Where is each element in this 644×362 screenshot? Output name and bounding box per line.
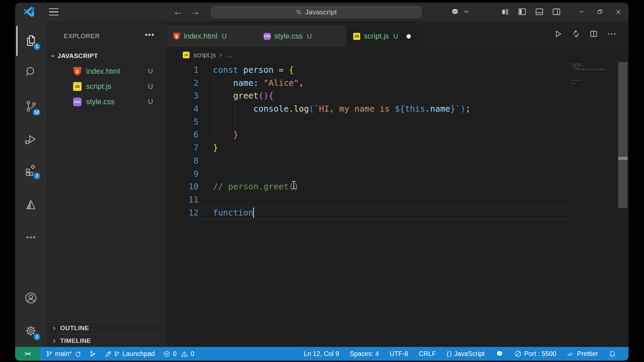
code-line[interactable]: const person = { [213, 64, 471, 77]
code-line[interactable] [213, 155, 471, 168]
code-line[interactable]: console.log(`HI, my name is ${this.name}… [213, 103, 471, 116]
settings-gear-icon[interactable]: 1 [23, 323, 39, 339]
menu-hamburger-icon[interactable] [49, 8, 59, 15]
line-number[interactable]: 6 [166, 128, 199, 141]
chevron-right-icon: › [53, 324, 55, 332]
code-line[interactable]: // person.greet() [213, 180, 471, 193]
project-folder-row[interactable]: › JAVASCRIPT [47, 50, 166, 62]
search-icon [296, 9, 302, 15]
restore-button[interactable] [593, 3, 607, 21]
open-changes-icon[interactable] [572, 29, 580, 38]
source-control-graph-item[interactable] [90, 351, 96, 357]
minimize-button[interactable] [575, 3, 589, 21]
double-check-icon [567, 351, 574, 357]
html-file-icon: 5 [173, 33, 180, 40]
git-untracked-badge: U [393, 33, 398, 40]
editor-actions: ⋯ [554, 21, 616, 47]
project-folder-label: JAVASCRIPT [57, 52, 98, 60]
rocket-icon [105, 351, 111, 357]
extensions-badge: 7 [34, 173, 40, 179]
line-number[interactable]: 5 [166, 116, 199, 129]
line-number[interactable]: 11 [166, 193, 199, 206]
toggle-panel-icon[interactable] [534, 7, 544, 17]
activity-bar: 1 12 7 [15, 21, 47, 347]
formatter-item[interactable]: Prettier [567, 350, 598, 358]
notifications-bell-icon[interactable] [609, 350, 616, 357]
line-number[interactable]: 8 [166, 155, 199, 168]
run-debug-view-icon[interactable] [23, 131, 39, 147]
tab-style-css[interactable]: CSS style.css U [258, 25, 347, 47]
code-line[interactable]: function [213, 206, 471, 220]
copilot-icon[interactable] [450, 7, 460, 17]
git-branch-icon [46, 351, 52, 357]
line-number[interactable]: 9 [166, 168, 199, 181]
run-file-icon[interactable] [554, 29, 562, 38]
port-label: Port : 5500 [524, 350, 556, 358]
eol-item[interactable]: CRLF [419, 350, 436, 358]
copilot-chevron-down-icon[interactable] [463, 9, 469, 14]
line-number[interactable]: 1 [166, 64, 199, 77]
code-line[interactable] [213, 116, 471, 129]
text-cursor [253, 207, 254, 218]
nav-forward-button[interactable]: → [190, 3, 201, 21]
extensions-view-icon[interactable]: 7 [23, 162, 39, 178]
copilot-status-icon[interactable] [495, 350, 504, 358]
nav-back-button[interactable]: ← [172, 3, 183, 21]
indentation-item[interactable]: Spaces: 4 [350, 350, 379, 358]
git-untracked-badge: U [222, 33, 226, 40]
toggle-primary-sidebar-icon[interactable] [517, 7, 527, 17]
encoding-item[interactable]: UTF-8 [389, 350, 408, 358]
more-views-icon[interactable] [23, 229, 39, 245]
close-window-button[interactable] [611, 3, 625, 21]
file-row-style-css[interactable]: CSS style.css U [47, 94, 166, 109]
explorer-view-icon[interactable]: 1 [23, 33, 39, 49]
editor-more-actions-icon[interactable]: ⋯ [607, 32, 616, 36]
scrollbar-thumb[interactable] [618, 62, 628, 208]
code-line[interactable]: } [213, 128, 471, 141]
code-line[interactable]: name: "Alice", [213, 77, 471, 90]
search-view-icon[interactable] [23, 64, 39, 80]
code-line[interactable] [213, 193, 471, 206]
warning-count: 0 [191, 350, 194, 358]
customize-layout-icon[interactable] [500, 7, 510, 17]
cursor-position-item[interactable]: Ln 12, Col 9 [304, 350, 339, 358]
tab-bar: 5 index.html U CSS style.css U JS script… [166, 21, 629, 47]
toggle-secondary-sidebar-icon[interactable] [551, 7, 561, 17]
line-number[interactable]: 2 [166, 77, 199, 90]
git-branch-item[interactable]: main* [46, 350, 81, 358]
problems-item[interactable]: 0 0 [163, 350, 194, 358]
explorer-badge: 1 [34, 43, 40, 50]
line-number[interactable]: 12 [166, 206, 199, 220]
file-row-script-js[interactable]: JS script.js U [47, 79, 166, 94]
accounts-icon[interactable] [23, 290, 39, 306]
remote-indicator[interactable]: >< [15, 347, 40, 361]
launchpad-item[interactable]: Launchpad [105, 350, 155, 358]
line-number[interactable]: 7 [166, 141, 199, 155]
active-view-indicator [16, 26, 17, 56]
code-editor[interactable]: 123456789101112 const person = { name: "… [166, 63, 629, 347]
explorer-actions-icon[interactable]: ••• [145, 31, 155, 39]
branch-small-icon [114, 351, 120, 357]
live-server-port-item[interactable]: Port : 5500 [515, 350, 556, 358]
line-number[interactable]: 3 [166, 89, 199, 103]
tab-script-js[interactable]: JS script.js U [347, 25, 424, 47]
line-number[interactable]: 10 [166, 180, 199, 193]
code-line[interactable]: greet(){ [213, 89, 471, 103]
split-editor-icon[interactable] [589, 29, 598, 38]
breadcrumb[interactable]: JS script.js › … [166, 47, 629, 63]
minimap[interactable]: const person = { name: "Alice", greet(){… [570, 63, 618, 347]
code-line[interactable]: } [213, 141, 471, 155]
command-center-search[interactable]: Javascript [211, 6, 421, 18]
tab-index-html[interactable]: 5 index.html U [167, 25, 258, 47]
timeline-section[interactable]: › TIMELINE [47, 334, 166, 347]
language-mode-item[interactable]: { } JavaScript [447, 350, 485, 358]
prisma-extension-icon[interactable] [23, 197, 39, 213]
code-line[interactable] [213, 168, 471, 181]
modified-dot-icon[interactable] [407, 34, 411, 39]
file-name: style.css [86, 98, 114, 106]
line-number[interactable]: 4 [166, 103, 199, 116]
outline-section[interactable]: › OUTLINE [47, 321, 166, 335]
source-control-view-icon[interactable]: 12 [23, 98, 39, 114]
file-row-index-html[interactable]: 5 index.html U [47, 64, 166, 79]
language-label: JavaScript [454, 350, 485, 358]
